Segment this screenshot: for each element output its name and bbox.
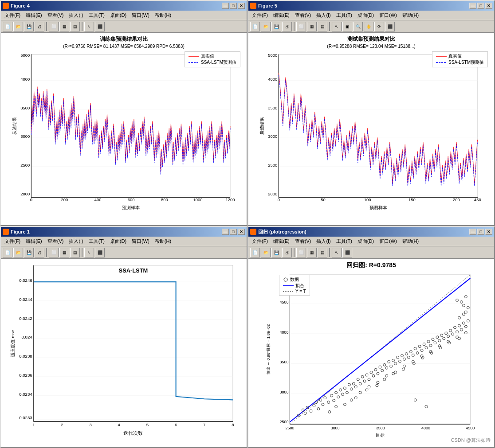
figure1-maximize-btn[interactable]: □: [230, 229, 237, 235]
svg-text:0.0242: 0.0242: [19, 316, 32, 321]
reg-tb-print[interactable]: 🖨: [282, 248, 292, 257]
figure1-menu-file[interactable]: 文件(F): [2, 237, 23, 245]
figure1-close-btn[interactable]: ✕: [238, 229, 245, 235]
figure1-menu-edit[interactable]: 编辑(E): [23, 237, 45, 245]
regression-menu-window[interactable]: 窗口(W): [377, 237, 400, 245]
regression-menu-view[interactable]: 查看(V): [292, 237, 314, 245]
fig5-tb-select[interactable]: ▣: [342, 22, 352, 31]
figure5-menu-help[interactable]: 帮助(H): [400, 11, 421, 19]
reg-tb-b2[interactable]: ▦: [307, 248, 317, 257]
figure1-menu-window[interactable]: 窗口(W): [129, 237, 152, 245]
figure5-maximize-btn[interactable]: □: [477, 3, 484, 9]
fig5-tb-zoom[interactable]: 🔍: [353, 22, 363, 31]
reg-tb-b3[interactable]: ▤: [318, 248, 327, 257]
regression-minimize-btn[interactable]: —: [469, 229, 476, 235]
fig4-tb-b1[interactable]: ⬜: [49, 22, 59, 31]
fig4-tb-save[interactable]: 💾: [24, 22, 34, 31]
regression-maximize-btn[interactable]: □: [477, 229, 484, 235]
fig1-tb-cursor[interactable]: ↖: [84, 248, 94, 257]
regression-titlebar[interactable]: 回归 (plotregression) — □ ✕: [248, 227, 494, 237]
fig1-tb-b2[interactable]: ▦: [59, 248, 69, 257]
fig1-tb-zoom[interactable]: ⬛: [95, 248, 105, 257]
regression-menu-tools[interactable]: 工具(T): [334, 237, 355, 245]
fig1-tb-open[interactable]: 📂: [13, 248, 23, 257]
figure1-menu-tools[interactable]: 工具(T): [86, 237, 107, 245]
reg-tb-cursor[interactable]: ↖: [332, 248, 342, 257]
figure4-menu-view[interactable]: 查看(V): [45, 11, 67, 19]
figure4-menu-tools[interactable]: 工具(T): [86, 11, 107, 19]
figure5-menu-edit[interactable]: 编辑(E): [271, 11, 292, 19]
figure1-menu-help[interactable]: 帮助(H): [152, 237, 174, 245]
fig5-tb-new[interactable]: 📄: [250, 22, 260, 31]
figure4-menu-help[interactable]: 帮助(H): [152, 11, 174, 19]
figure1-menu-desktop[interactable]: 桌面(D): [107, 237, 129, 245]
figure4-menu-window[interactable]: 窗口(W): [129, 11, 152, 19]
figure5-menu-tools[interactable]: 工具(T): [334, 11, 355, 19]
fig1-tb-print[interactable]: 🖨: [35, 248, 44, 257]
figure5-menu-window[interactable]: 窗口(W): [377, 11, 400, 19]
svg-point-79: [284, 278, 287, 281]
regression-menu-file[interactable]: 文件(F): [249, 237, 271, 245]
reg-legend-data: 数据: [283, 277, 306, 283]
figure5-titlebar[interactable]: Figure 5 — □ ✕: [248, 1, 494, 11]
figure4-close-btn[interactable]: ✕: [238, 3, 245, 9]
fig5-tb-save[interactable]: 💾: [271, 22, 281, 31]
fig5-tb-b3[interactable]: ▤: [318, 22, 327, 31]
fig5-tb-datalink[interactable]: ⬛: [385, 22, 395, 31]
fig4-tb-cursor[interactable]: ↖: [84, 22, 94, 31]
figure5-icon: [250, 3, 256, 9]
fig1-tb-b3[interactable]: ▤: [70, 248, 80, 257]
figure1-menu-view[interactable]: 查看(V): [45, 237, 67, 245]
figure4-menu-edit[interactable]: 编辑(E): [23, 11, 45, 19]
regression-menu-edit[interactable]: 编辑(E): [271, 237, 292, 245]
fig5-tb-open[interactable]: 📂: [261, 22, 271, 31]
fig4-tb-b2[interactable]: ▦: [59, 22, 69, 31]
regression-close-btn[interactable]: ✕: [485, 229, 492, 235]
figure5-menu-file[interactable]: 文件(F): [249, 11, 271, 19]
fig5-legend-pred-label: SSA-LSTM预测值: [448, 59, 484, 66]
fig4-tb-zoom[interactable]: ⬛: [95, 22, 105, 31]
regression-menu-help[interactable]: 帮助(H): [400, 237, 421, 245]
figure4-menu-insert[interactable]: 插入(I): [66, 11, 86, 19]
fig5-tb-b1[interactable]: ⬜: [296, 22, 306, 31]
figure4-menu-file[interactable]: 文件(F): [2, 11, 23, 19]
figure5-close-btn[interactable]: ✕: [485, 3, 492, 9]
fig4-tb-new[interactable]: 📄: [3, 22, 12, 31]
figure4-toolbar: 📄 📂 💾 🖨 ⬜ ▦ ▤ ↖ ⬛: [1, 20, 247, 33]
fig5-tb-print[interactable]: 🖨: [282, 22, 292, 31]
reg-tb-new[interactable]: 📄: [250, 248, 260, 257]
figure4-menu-desktop[interactable]: 桌面(D): [107, 11, 129, 19]
fig1-tb-save[interactable]: 💾: [24, 248, 34, 257]
figure5-svg: 2000 2500 3000 3500 4000 5000: [250, 50, 492, 221]
figure4-title: Figure 4: [11, 3, 222, 8]
regression-menu-insert[interactable]: 插入(I): [314, 237, 333, 245]
figure1-menu-insert[interactable]: 插入(I): [66, 237, 86, 245]
svg-text:炭渣结果: 炭渣结果: [12, 117, 17, 135]
figure5-menu-insert[interactable]: 插入(I): [314, 11, 333, 19]
fig4-tb-open[interactable]: 📂: [13, 22, 23, 31]
figure4-maximize-btn[interactable]: □: [230, 3, 237, 9]
svg-text:1000: 1000: [193, 198, 202, 202]
fig5-tb-rotate[interactable]: ⟳: [374, 22, 384, 31]
fig5-tb-pan[interactable]: ✋: [364, 22, 373, 31]
reg-tb-save[interactable]: 💾: [271, 248, 281, 257]
fig5-tb-cursor[interactable]: ↖: [332, 22, 342, 31]
fig4-tb-b3[interactable]: ▤: [70, 22, 80, 31]
figure4-minimize-btn[interactable]: —: [222, 3, 229, 9]
reg-tb-open[interactable]: 📂: [261, 248, 271, 257]
fig5-tb-b2[interactable]: ▦: [307, 22, 317, 31]
regression-menu-desktop[interactable]: 桌面(D): [355, 237, 377, 245]
fig1-tb-new[interactable]: 📄: [3, 248, 12, 257]
reg-tb-zoom[interactable]: ⬛: [342, 248, 352, 257]
figure1-titlebar[interactable]: Figure 1 — □ ✕: [1, 227, 247, 237]
figure4-titlebar[interactable]: Figure 4 — □ ✕: [1, 1, 247, 11]
reg-tb-b1[interactable]: ⬜: [296, 248, 306, 257]
figure1-minimize-btn[interactable]: —: [222, 229, 229, 235]
figure5-menu-view[interactable]: 查看(V): [292, 11, 314, 19]
figure5-menu-desktop[interactable]: 桌面(D): [355, 11, 377, 19]
svg-text:SSA-LSTM: SSA-LSTM: [119, 267, 148, 274]
fig1-tb-b1[interactable]: ⬜: [49, 248, 59, 257]
fig4-tb-print[interactable]: 🖨: [35, 22, 44, 31]
figure5-minimize-btn[interactable]: —: [469, 3, 476, 9]
regression-chart-area: 数据 拟合 Y = T 2500 300: [250, 270, 492, 442]
